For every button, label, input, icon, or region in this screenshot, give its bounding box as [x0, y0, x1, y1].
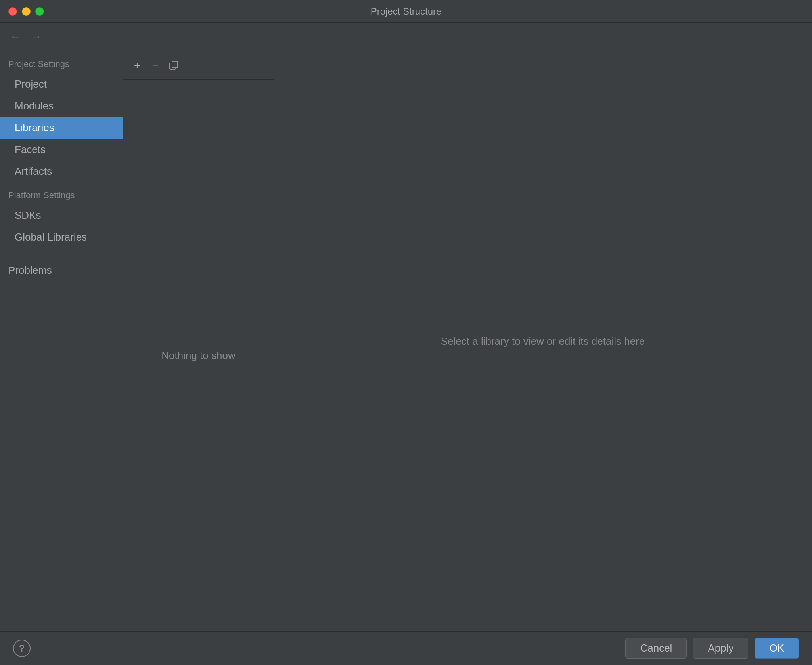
- main-content: Project Settings Project Modules Librari…: [0, 51, 812, 631]
- sidebar-item-modules[interactable]: Modules: [0, 95, 123, 117]
- sidebar-item-libraries[interactable]: Libraries: [0, 117, 123, 139]
- project-structure-window: Project Structure ← → Project Settings P…: [0, 0, 812, 665]
- sidebar-item-artifacts[interactable]: Artifacts: [0, 161, 123, 182]
- maximize-button[interactable]: [35, 7, 44, 16]
- sidebar-item-project[interactable]: Project: [0, 73, 123, 95]
- close-button[interactable]: [8, 7, 17, 16]
- sidebar-item-facets[interactable]: Facets: [0, 139, 123, 161]
- sidebar-divider: [0, 253, 123, 253]
- panel-toolbar: + −: [123, 51, 274, 80]
- back-button[interactable]: ←: [8, 30, 23, 44]
- forward-button[interactable]: →: [29, 30, 43, 44]
- select-hint: Select a library to view or edit its det…: [441, 335, 645, 348]
- ok-button[interactable]: OK: [755, 638, 799, 659]
- sidebar-item-sdks[interactable]: SDKs: [0, 204, 123, 226]
- project-settings-header: Project Settings: [0, 51, 123, 73]
- footer-left: ?: [13, 640, 31, 657]
- sidebar: Project Settings Project Modules Librari…: [0, 51, 123, 631]
- help-button[interactable]: ?: [13, 640, 31, 657]
- svg-rect-1: [172, 61, 178, 68]
- middle-panel: + − Nothing to show: [123, 51, 274, 631]
- platform-settings-header: Platform Settings: [0, 182, 123, 204]
- footer-right: Cancel Apply OK: [625, 638, 799, 659]
- footer: ? Cancel Apply OK: [0, 631, 812, 665]
- right-panel: Select a library to view or edit its det…: [274, 51, 812, 631]
- nothing-to-show: Nothing to show: [123, 80, 274, 631]
- add-button[interactable]: +: [130, 58, 145, 73]
- navbar: ← →: [0, 23, 812, 51]
- remove-button[interactable]: −: [148, 58, 163, 73]
- apply-button[interactable]: Apply: [693, 638, 748, 659]
- sidebar-item-global-libraries[interactable]: Global Libraries: [0, 226, 123, 248]
- titlebar: Project Structure: [0, 0, 812, 23]
- copy-button[interactable]: [166, 58, 181, 73]
- titlebar-controls: [8, 7, 44, 16]
- window-title: Project Structure: [371, 6, 442, 17]
- sidebar-item-problems[interactable]: Problems: [0, 260, 123, 281]
- cancel-button[interactable]: Cancel: [625, 638, 687, 659]
- minimize-button[interactable]: [22, 7, 31, 16]
